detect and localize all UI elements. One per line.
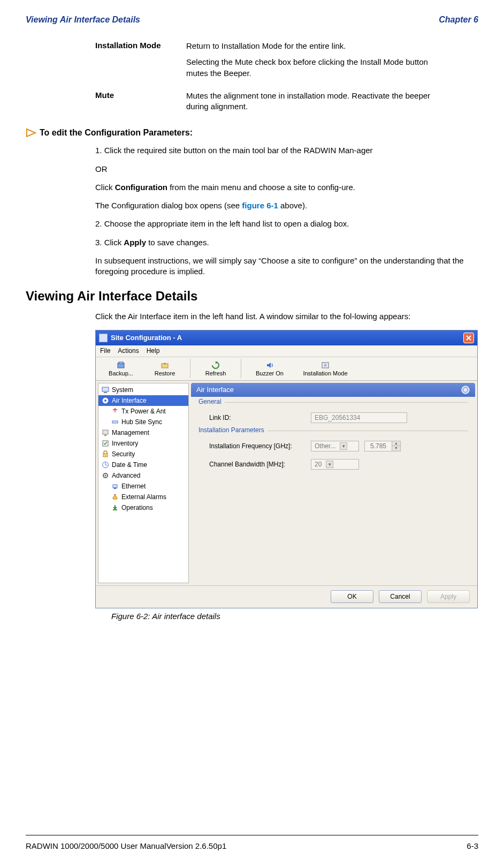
section-intro: Click the Air Interface item in the left… [95,311,480,322]
spinner-value: 5.785 [365,442,392,450]
svg-rect-12 [104,435,106,436]
close-button[interactable] [463,333,474,343]
procedure-body: 1. Click the required site button on the… [95,145,480,277]
figure-caption: Figure 6-2: Air interface details [111,612,478,621]
toolbar-separator [241,359,241,378]
group-label: Installation Parameters [198,426,268,434]
sidebar-item-date-time[interactable]: Date & Time [98,459,188,470]
apply-button[interactable]: Apply [427,590,470,603]
dialog-button-bar: OK Cancel Apply [96,585,477,608]
link-id-label: Link ID: [209,414,311,421]
sidebar-item-tx-power[interactable]: Tx Power & Ant [98,406,188,417]
row-link-id: Link ID: EBG_20561334 [209,412,468,423]
toolbar-separator [190,359,190,378]
svg-rect-2 [119,362,123,364]
def-desc: Return to Installation Mode for the enti… [186,41,443,84]
air-interface-icon [102,397,109,404]
footer-rule [26,835,478,835]
button-label: Apply [440,593,456,600]
sidebar-item-advanced[interactable]: Advanced [98,470,188,481]
sidebar-item-security[interactable]: Security [98,449,188,459]
footer-right: 6-3 [467,841,478,850]
sidebar-item-ethernet[interactable]: Ethernet [98,481,188,492]
bold-text: Configuration [115,183,167,192]
menu-file[interactable]: File [100,347,110,355]
install-freq-dropdown[interactable]: Other... ▾ [311,441,359,451]
figure-link[interactable]: figure 6-1 [242,201,278,210]
main-panel: Air Interface General Link ID: EBG_20561… [191,383,475,583]
link-id-value: EBG_20561334 [315,414,360,421]
sidebar-item-external-alarms[interactable]: External Alarms [98,492,188,502]
row-channel-bw: Channel Bandwidth [MHz]: 20 ▾ [209,459,468,470]
install-mode-icon [321,361,330,370]
def-term: Installation Mode [95,41,186,84]
step-1c: The Configuration dialog box opens (see … [95,200,480,211]
toolbar-label: Restore [155,370,175,376]
toolbar-label: Buzzer On [256,370,284,376]
ok-button[interactable]: OK [331,590,373,603]
channel-bw-label: Channel Bandwidth [MHz]: [209,461,311,468]
hub-sync-icon [111,418,119,426]
inventory-icon [102,440,109,447]
tx-power-icon [111,408,119,415]
svg-point-17 [105,474,106,476]
sidebar-item-system[interactable]: System [98,385,188,395]
toolbar-install-mode[interactable]: Installation Mode [296,358,355,379]
link-id-field: EBG_20561334 [311,412,407,423]
def-term: Mute [95,91,186,118]
advanced-icon [102,472,109,479]
step-or: OR [95,164,480,175]
menu-actions[interactable]: Actions [118,347,139,355]
cancel-button[interactable]: Cancel [379,590,422,603]
header-left: Viewing Air Interface Details [26,15,140,25]
operations-icon [111,504,119,511]
refresh-icon [211,361,220,370]
sidebar-item-air-interface[interactable]: Air Interface [98,395,188,406]
def-para: Selecting the Mute check box before clic… [186,57,443,79]
channel-bw-dropdown[interactable]: 20 ▾ [311,459,359,470]
content-area: System Air Interface Tx Power & Ant Hub … [96,381,477,585]
sidebar-item-label: External Alarms [121,493,166,501]
toolbar-restore[interactable]: Restore [144,358,186,379]
dropdown-value: 20 [315,461,322,468]
closing-para: In subsequent instructions, we will simp… [95,255,480,277]
dropdown-value: Other... [315,442,335,450]
svg-rect-6 [102,387,109,391]
spinner-buttons: ▲ ▼ [392,441,400,451]
menu-help[interactable]: Help [147,347,160,355]
text: 3. Click [95,238,124,247]
toolbar-buzzer[interactable]: Buzzer On [246,358,294,379]
group-general: General Link ID: EBG_20561334 [198,402,468,423]
spinner-down-icon[interactable]: ▼ [392,446,400,451]
svg-rect-19 [114,487,116,489]
sidebar-item-management[interactable]: Management [98,427,188,438]
toolbar-backup[interactable]: Backup... [100,358,142,379]
text: to save changes. [146,238,209,247]
backup-icon [117,361,125,370]
definitions-table: Installation Mode Return to Installation… [95,41,478,117]
titlebar: Site Configuration - A [96,330,477,345]
restore-icon [161,361,169,370]
menubar: File Actions Help [96,345,477,357]
help-button[interactable] [461,386,470,394]
sidebar-item-hub-site-sync[interactable]: Hub Site Sync [98,417,188,427]
toolbar-refresh[interactable]: Refresh [195,358,236,379]
install-freq-spinner[interactable]: 5.785 ▲ ▼ [364,441,401,451]
spinner-up-icon[interactable]: ▲ [392,441,400,446]
sidebar-item-operations[interactable]: Operations [98,502,188,513]
app-icon [99,334,108,342]
sidebar-item-label: Ethernet [121,483,146,490]
def-row-installation-mode: Installation Mode Return to Installation… [95,41,478,84]
row-install-freq: Installation Frequency [GHz]: Other... ▾… [209,441,468,451]
svg-point-5 [324,364,327,367]
footer-left: RADWIN 1000/2000/5000 User ManualVersion… [26,841,226,850]
bold-text: Apply [124,238,146,247]
page-header: Viewing Air Interface Details Chapter 6 [26,15,478,25]
header-right: Chapter 6 [439,15,478,25]
page-footer: RADWIN 1000/2000/5000 User ManualVersion… [26,841,478,850]
alarms-icon [111,493,119,501]
sidebar-item-label: Advanced [112,472,140,479]
sidebar-item-inventory[interactable]: Inventory [98,438,188,449]
sidebar-item-label: System [112,386,133,394]
sidebar-item-label: Security [112,450,135,458]
